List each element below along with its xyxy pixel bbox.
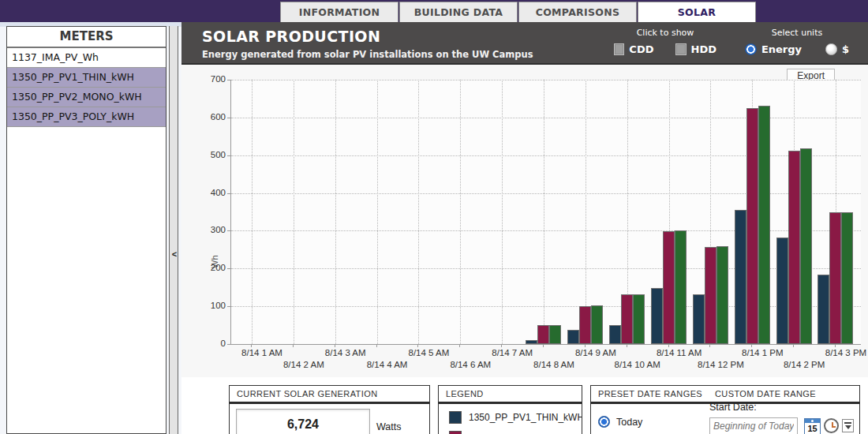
bar-1350_PP_PV2_MONO_kWH-8-14-12-PM[interactable]: [705, 247, 716, 344]
bar-1350_PP_PV1_THIN_kWH-8-14-12-PM[interactable]: [693, 294, 705, 344]
today-label: Today: [616, 417, 642, 428]
x-tick-label: 8/14 8 AM: [533, 360, 574, 369]
select-units-group: Select units Energy $: [734, 28, 860, 55]
clock-icon[interactable]: [824, 418, 839, 433]
gridline-vertical: [502, 80, 503, 344]
legend-swatch-icon: [449, 411, 462, 424]
bar-1350_PP_PV1_THIN_kWH-8-14-1-PM[interactable]: [735, 210, 746, 344]
legend-swatch-icon: [449, 431, 462, 434]
y-tick-mark: [227, 268, 230, 269]
bar-1350_PP_PV1_THIN_kWH-8-14-8-AM[interactable]: [526, 340, 537, 344]
dollar-radio[interactable]: [825, 43, 837, 55]
x-tick-mark: [417, 344, 418, 347]
collapse-arrow-icon[interactable]: <: [170, 249, 178, 259]
x-tick-mark: [751, 344, 752, 347]
y-tick-label: 0: [191, 339, 226, 348]
today-radio[interactable]: [598, 416, 610, 428]
bar-1350_PP_PV1_THIN_kWH-8-14-9-AM[interactable]: [567, 330, 579, 344]
y-tick-mark: [227, 155, 230, 156]
x-tick-label: 8/14 3 PM: [825, 348, 866, 357]
sidebar-splitter[interactable]: <: [169, 26, 178, 434]
bar-1350_PP_PV3_POLY_kWH-8-14-11-AM[interactable]: [675, 230, 687, 344]
energy-label: Energy: [761, 43, 802, 55]
hdd-label: HDD: [691, 43, 716, 55]
x-tick-mark: [709, 344, 710, 347]
gridline-vertical: [294, 80, 294, 344]
gridline-vertical: [586, 80, 586, 344]
current-generation-title: CURRENT SOLAR GENERATION: [230, 386, 429, 404]
current-generation-unit: Watts: [376, 421, 401, 432]
dropdown-icon[interactable]: [842, 419, 854, 432]
app-window: INFORMATIONBUILDING DATACOMPARISONSSOLAR…: [0, 0, 868, 434]
tab-information[interactable]: INFORMATION: [280, 2, 398, 22]
x-tick-label: 8/14 3 AM: [325, 348, 366, 357]
legend-item: 1350_PP_PV1_THIN_kWH: [449, 411, 582, 424]
bar-1350_PP_PV1_THIN_kWH-8-14-3-PM[interactable]: [817, 275, 829, 344]
x-tick-mark: [627, 344, 627, 347]
x-tick-mark: [335, 344, 335, 347]
tab-building-data[interactable]: BUILDING DATA: [399, 2, 518, 22]
bar-1350_PP_PV2_MONO_kWH-8-14-1-PM[interactable]: [746, 108, 758, 344]
bar-1350_PP_PV3_POLY_kWH-8-14-3-PM[interactable]: [841, 212, 853, 345]
bar-1350_PP_PV1_THIN_kWH-8-14-11-AM[interactable]: [651, 288, 663, 344]
bar-1350_PP_PV1_THIN_kWH-8-14-2-PM[interactable]: [776, 238, 788, 344]
y-tick-label: 500: [191, 150, 226, 159]
calendar-icon-day: 15: [805, 423, 820, 434]
calendar-icon-header: [805, 419, 820, 423]
bar-1350_PP_PV3_POLY_kWH-8-14-2-PM[interactable]: [800, 148, 812, 344]
tab-comparisons[interactable]: COMPARISONS: [518, 2, 637, 22]
y-tick-label: 700: [191, 74, 226, 84]
x-tick-mark: [585, 344, 586, 347]
meter-item[interactable]: 1350_PP_PV3_POLY_kWH: [7, 107, 166, 127]
x-tick-label: 8/14 4 AM: [367, 360, 408, 369]
click-to-show-caption: Click to show: [614, 28, 716, 38]
bar-1350_PP_PV2_MONO_kWH-8-14-10-AM[interactable]: [621, 294, 633, 344]
preset-date-ranges-title: PRESET DATE RANGES: [598, 389, 702, 398]
gridline-vertical: [335, 80, 336, 344]
x-tick-mark: [668, 344, 669, 347]
x-tick-mark: [293, 344, 294, 347]
x-tick-label: 8/14 5 AM: [409, 348, 450, 357]
y-tick-mark: [227, 306, 230, 307]
hdd-checkbox[interactable]: [675, 43, 686, 55]
meter-item[interactable]: 1350_PP_PV1_THIN_kWH: [7, 68, 166, 88]
meter-item[interactable]: 1137_IMA_PV_Wh: [7, 48, 166, 68]
calendar-icon[interactable]: 15: [804, 418, 821, 434]
x-tick-label: 8/14 7 AM: [492, 348, 533, 357]
date-range-panel: PRESET DATE RANGES CUSTOM DATE RANGE Tod…: [590, 385, 860, 434]
y-tick-label: 400: [191, 188, 226, 197]
start-date-input[interactable]: [709, 417, 798, 434]
legend-panel: LEGEND 1350_PP_PV1_THIN_kWH: [438, 385, 582, 434]
bar-1350_PP_PV2_MONO_kWH-8-14-8-AM[interactable]: [537, 325, 549, 344]
bar-1350_PP_PV3_POLY_kWH-8-14-9-AM[interactable]: [591, 305, 603, 344]
bar-1350_PP_PV3_POLY_kWH-8-14-10-AM[interactable]: [633, 294, 645, 344]
gridline-vertical: [418, 80, 419, 344]
x-tick-label: 8/14 2 AM: [283, 360, 324, 369]
page-title: SOLAR PRODUCTION: [202, 28, 380, 45]
y-tick-mark: [227, 344, 230, 345]
x-tick-mark: [251, 344, 252, 347]
bar-1350_PP_PV2_MONO_kWH-8-14-2-PM[interactable]: [788, 151, 800, 344]
tab-bar: INFORMATIONBUILDING DATACOMPARISONSSOLAR: [280, 2, 757, 22]
bar-1350_PP_PV2_MONO_kWH-8-14-3-PM[interactable]: [829, 212, 841, 344]
bar-1350_PP_PV2_MONO_kWH-8-14-11-AM[interactable]: [663, 231, 675, 344]
meters-panel-title: METERS: [7, 27, 166, 48]
bar-1350_PP_PV3_POLY_kWH-8-14-12-PM[interactable]: [716, 246, 728, 344]
bar-1350_PP_PV3_POLY_kWH-8-14-8-AM[interactable]: [549, 325, 561, 344]
bar-1350_PP_PV3_POLY_kWH-8-14-1-PM[interactable]: [758, 106, 770, 344]
legend-items: 1350_PP_PV1_THIN_kWH: [439, 404, 582, 434]
cdd-checkbox[interactable]: [614, 43, 624, 55]
energy-radio[interactable]: [745, 43, 757, 55]
dropdown-icon-bar: [844, 422, 851, 424]
tab-solar[interactable]: SOLAR: [638, 2, 756, 24]
x-tick-label: 8/14 11 AM: [657, 348, 702, 357]
gridline-vertical: [544, 80, 544, 344]
bar-1350_PP_PV2_MONO_kWH-8-14-9-AM[interactable]: [579, 306, 591, 344]
bar-1350_PP_PV1_THIN_kWH-8-14-10-AM[interactable]: [609, 325, 621, 344]
x-tick-label: 8/14 2 PM: [784, 360, 825, 369]
x-tick-label: 8/14 6 AM: [450, 360, 491, 369]
clock-hand: [832, 426, 836, 428]
solar-production-header: SOLAR PRODUCTION Energy generated from s…: [181, 22, 868, 65]
meter-item[interactable]: 1350_PP_PV2_MONO_kWH: [7, 88, 166, 107]
x-tick-label: 8/14 10 AM: [615, 360, 660, 369]
